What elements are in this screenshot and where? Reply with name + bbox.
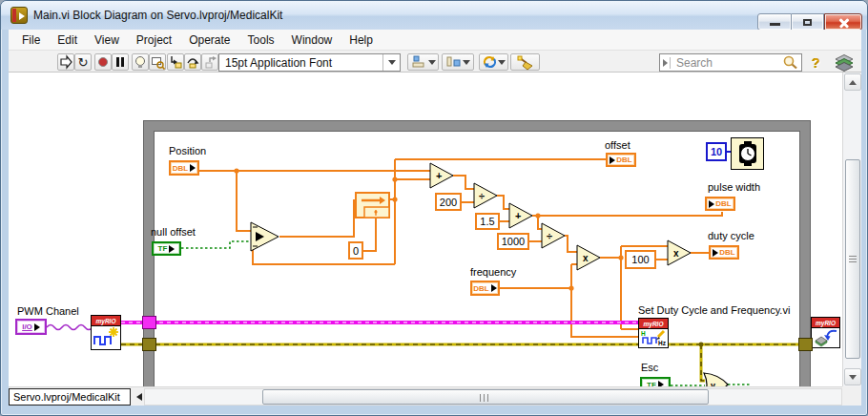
label-esc: Esc — [641, 362, 658, 373]
myrio-header: myRIO — [92, 316, 120, 326]
pwm-chanel-control[interactable]: I/O — [15, 319, 47, 335]
run-button[interactable] — [57, 53, 74, 71]
svg-text:H: H — [641, 330, 646, 337]
search-input[interactable] — [672, 56, 782, 70]
context-help-button[interactable] — [830, 52, 858, 72]
reference-tunnel-left[interactable] — [142, 316, 156, 329]
bottom-bar: Servo.lvproj/MedicalKit — [9, 386, 861, 406]
offset-indicator[interactable]: DBL — [606, 153, 636, 167]
highlight-execution-button[interactable] — [132, 53, 149, 71]
caption-buttons — [757, 13, 862, 31]
block-diagram-canvas[interactable]: + ÷ + ÷ x x — [9, 73, 842, 386]
scroll-down-button[interactable] — [844, 368, 861, 385]
distribute-objects-button[interactable] — [442, 53, 474, 71]
search-scope-icon — [663, 59, 668, 67]
vertical-scrollbar[interactable] — [842, 73, 861, 386]
project-tab[interactable]: Servo.lvproj/MedicalKit — [9, 388, 131, 406]
divider — [670, 57, 671, 69]
arrow-down-icon — [849, 375, 857, 380]
horizontal-scroll-thumb[interactable] — [262, 389, 709, 405]
menu-operate[interactable]: Operate — [180, 31, 238, 50]
minimize-button[interactable] — [757, 13, 792, 31]
run-arrow-icon — [58, 54, 73, 70]
constant-0[interactable]: 0 — [348, 241, 363, 260]
or-function[interactable]: v — [704, 373, 728, 386]
arrow-up-icon — [849, 80, 857, 85]
position-control[interactable]: DBL — [169, 160, 199, 176]
window-title: Main.vi Block Diagram on Servo.lvproj/Me… — [33, 9, 282, 22]
run-continuously-icon: ↻ — [78, 55, 89, 70]
close-button[interactable] — [824, 13, 862, 31]
terminal-type-label: DBL — [715, 199, 731, 208]
menu-window[interactable]: Window — [283, 31, 341, 50]
scroll-up-button[interactable] — [844, 73, 861, 91]
abort-button[interactable] — [94, 53, 112, 71]
menu-help[interactable]: Help — [341, 31, 382, 50]
myrio-header: myRIO — [639, 319, 668, 329]
myrio-pwm-open-node[interactable]: myRIO — [91, 315, 121, 350]
abort-icon — [98, 57, 108, 67]
run-continuously-button[interactable]: ↻ — [74, 53, 92, 71]
multiply-function-2[interactable] — [668, 240, 691, 265]
menu-project[interactable]: Project — [128, 31, 180, 50]
vi-icon-red-bar — [12, 9, 16, 22]
constant-1p5[interactable]: 1.5 — [475, 213, 500, 230]
constant-1000[interactable]: 1000 — [497, 233, 529, 250]
help-button[interactable]: ? — [807, 53, 825, 72]
vi-icon-arrow — [19, 12, 25, 20]
pulse-width-indicator[interactable]: DBL — [705, 197, 735, 211]
vertical-scroll-thumb[interactable] — [845, 159, 860, 359]
menu-edit[interactable]: Edit — [49, 31, 86, 50]
step-into-button[interactable] — [167, 53, 184, 71]
label-frequency: frequency — [470, 266, 516, 278]
horizontal-scrollbar[interactable] — [144, 388, 842, 406]
esc-control[interactable]: TF — [640, 377, 671, 386]
chevron-down-icon — [463, 60, 470, 65]
terminal-type-label: DBL — [719, 248, 734, 257]
search-icon[interactable] — [782, 54, 799, 71]
distribute-objects-icon — [445, 54, 463, 70]
label-null-offset: null offset — [151, 226, 196, 238]
step-into-icon — [168, 54, 183, 70]
null-offset-control[interactable]: TF — [152, 241, 181, 256]
step-out-button[interactable] — [201, 53, 218, 71]
context-help-icon — [833, 52, 856, 72]
broom-icon — [516, 54, 535, 71]
menu-file[interactable]: File — [13, 31, 49, 50]
title-bar[interactable]: Main.vi Block Diagram on Servo.lvproj/Me… — [1, 1, 867, 30]
align-objects-button[interactable] — [407, 53, 439, 71]
error-tunnel-right[interactable] — [798, 338, 813, 351]
terminal-type-label: DBL — [173, 164, 188, 173]
duty-cycle-indicator[interactable]: DBL — [709, 245, 739, 260]
font-selector-dropdown[interactable] — [382, 54, 400, 71]
set-duty-cycle-vi-node[interactable]: myRIO H Hz — [638, 318, 669, 348]
font-selector[interactable]: 15pt Application Font — [218, 53, 401, 72]
arrow-left-icon — [136, 393, 142, 401]
frequency-control[interactable]: DBL — [470, 281, 500, 296]
retain-wire-values-button[interactable] — [149, 53, 166, 71]
constant-10[interactable]: 10 — [706, 142, 727, 161]
constant-200[interactable]: 200 — [435, 193, 462, 211]
constant-100[interactable]: 100 — [625, 250, 656, 269]
menu-view[interactable]: View — [86, 31, 128, 50]
terminal-type-label: DBL — [473, 284, 488, 293]
step-over-button[interactable] — [184, 53, 201, 71]
clean-up-diagram-button[interactable] — [510, 53, 540, 71]
divide-function-1[interactable] — [474, 183, 497, 208]
labview-vi-icon — [10, 7, 28, 24]
feedback-node[interactable] — [356, 193, 389, 218]
multiply-function-1[interactable] — [577, 245, 600, 270]
resize-objects-button[interactable] — [479, 53, 508, 71]
pause-button[interactable] — [112, 53, 129, 71]
label-pulse-width: pulse width — [708, 181, 760, 193]
label-position: Position — [169, 145, 206, 156]
junction-dots — [234, 168, 623, 290]
myrio-close-node[interactable]: myRIO — [811, 317, 840, 348]
tab-scroll-left-button[interactable] — [136, 393, 142, 401]
chevron-down-icon — [388, 60, 396, 65]
divide-function-2[interactable] — [542, 223, 565, 248]
menu-tools[interactable]: Tools — [239, 31, 283, 50]
wait-ms-node[interactable] — [731, 137, 764, 170]
error-tunnel-left[interactable] — [142, 338, 156, 351]
restore-button[interactable] — [792, 13, 824, 31]
